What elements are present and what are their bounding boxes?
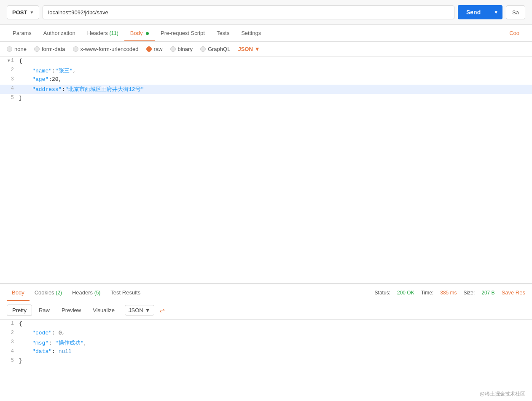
req-line-1: ▼1 { (0, 57, 532, 66)
resp-line-4: 4 "data": null (0, 348, 532, 357)
radio-graphql[interactable]: GraphQL (200, 46, 230, 52)
req-line-5: 5 } (0, 94, 532, 103)
response-tab-body[interactable]: Body (7, 284, 30, 301)
wrap-icon[interactable]: ⇌ (159, 306, 165, 314)
response-json-select[interactable]: JSON ▼ (125, 305, 154, 315)
time-value: 385 ms (440, 290, 457, 296)
req-line-3: 3 "age":20, (0, 75, 532, 85)
send-arrow-icon[interactable]: ▼ (489, 6, 502, 19)
response-tab-headers[interactable]: Headers (5) (67, 284, 105, 301)
body-type-row: none form-data x-www-form-urlencoded raw… (0, 42, 532, 57)
tab-headers[interactable]: Headers (11) (81, 25, 124, 41)
resp-line-2: 2 "code": 0, (0, 329, 532, 338)
size-label: Size: (464, 290, 475, 296)
req-line-2: 2 "name":"张三", (0, 66, 532, 75)
url-bar: POST ▼ Send ▼ Sa (0, 0, 532, 25)
tab-body[interactable]: Body (124, 25, 155, 41)
time-label: Time: (421, 290, 434, 296)
resp-line-3: 3 "msg": "操作成功", (0, 338, 532, 348)
url-input[interactable] (43, 5, 454, 19)
subtab-pretty[interactable]: Pretty (7, 305, 32, 316)
response-tab-cookies[interactable]: Cookies (2) (30, 284, 67, 301)
response-panel: Body Cookies (2) Headers (5) Test Result… (0, 283, 532, 401)
radio-raw[interactable]: raw (146, 46, 163, 52)
save-button[interactable]: Sa (506, 5, 525, 19)
request-code-lines: ▼1 { 2 "name":"张三", 3 "age":20, 4 "addre… (0, 57, 532, 103)
radio-urlencoded[interactable]: x-www-form-urlencoded (73, 46, 139, 52)
headers-badge: (11) (109, 30, 118, 36)
req-line-4: 4 "address":"北京市西城区王府井大街12号" (0, 85, 532, 94)
response-code-lines: 1 { 2 "code": 0, 3 "msg": "操作成功", 4 "dat… (0, 320, 532, 366)
resp-line-5: 5 } (0, 357, 532, 366)
radio-form-data[interactable]: form-data (34, 46, 65, 52)
tab-prerequest[interactable]: Pre-request Script (155, 25, 211, 41)
request-body-editor[interactable]: ▼1 { 2 "name":"张三", 3 "age":20, 4 "addre… (0, 57, 532, 283)
tab-tests[interactable]: Tests (211, 25, 235, 41)
cookies-badge: (2) (56, 290, 62, 296)
tab-settings[interactable]: Settings (235, 25, 267, 41)
method-select[interactable]: POST ▼ (7, 5, 39, 19)
subtab-preview[interactable]: Preview (56, 305, 86, 315)
size-value: 207 B (481, 290, 494, 296)
body-dot-icon (146, 32, 149, 35)
footer-credit: @稀土掘金技术社区 (0, 387, 532, 401)
radio-urlencoded-icon (73, 46, 78, 52)
subtab-visualize[interactable]: Visualize (88, 305, 120, 315)
radio-raw-icon (146, 46, 152, 52)
radio-none[interactable]: none (7, 46, 27, 52)
method-label: POST (12, 9, 27, 16)
tab-params[interactable]: Params (7, 25, 38, 41)
radio-form-data-icon (34, 46, 40, 52)
request-tabs: Params Authorization Headers (11) Body P… (0, 25, 532, 42)
tab-coo[interactable]: Coo (503, 25, 525, 41)
response-code-area: 1 { 2 "code": 0, 3 "msg": "操作成功", 4 "dat… (0, 320, 532, 387)
json-format-select[interactable]: JSON ▼ (238, 46, 260, 52)
send-label: Send (458, 5, 489, 19)
status-label: Status: (375, 290, 390, 296)
response-tabs-row: Body Cookies (2) Headers (5) Test Result… (0, 284, 532, 301)
tab-authorization[interactable]: Authorization (38, 25, 81, 41)
resp-headers-badge: (5) (94, 290, 101, 296)
radio-none-icon (7, 46, 12, 52)
json-chevron-icon: ▼ (255, 46, 260, 52)
resp-line-1: 1 { (0, 320, 532, 329)
response-meta: Status: 200 OK Time: 385 ms Size: 207 B … (375, 289, 525, 296)
status-value: 200 OK (397, 290, 414, 296)
response-tab-testresults[interactable]: Test Results (105, 284, 145, 301)
resp-json-chevron-icon: ▼ (145, 307, 150, 313)
radio-binary-icon (170, 46, 176, 52)
save-response-button[interactable]: Save Res (502, 289, 525, 296)
radio-graphql-icon (200, 46, 206, 52)
method-chevron-icon: ▼ (30, 10, 34, 15)
radio-binary[interactable]: binary (170, 46, 193, 52)
subtab-raw[interactable]: Raw (34, 305, 55, 315)
send-button[interactable]: Send ▼ (458, 5, 502, 19)
response-sub-tabs: Pretty Raw Preview Visualize JSON ▼ ⇌ (0, 301, 532, 320)
